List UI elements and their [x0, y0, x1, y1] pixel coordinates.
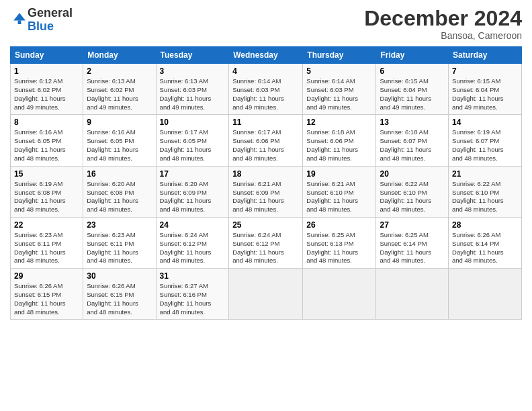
logo-general: General: [28, 6, 73, 19]
day-info: Sunrise: 6:14 AMSunset: 6:03 PMDaylight:…: [306, 77, 372, 111]
day-cell: 14 Sunrise: 6:19 AMSunset: 6:07 PMDaylig…: [449, 115, 522, 166]
day-cell: 30 Sunrise: 6:26 AMSunset: 6:15 PMDaylig…: [83, 269, 156, 320]
day-number: 2: [87, 66, 152, 76]
day-info: Sunrise: 6:18 AMSunset: 6:07 PMDaylight:…: [380, 128, 445, 163]
header-cell-wednesday: Wednesday: [229, 47, 303, 64]
day-cell: 28 Sunrise: 6:26 AMSunset: 6:14 PMDaylig…: [449, 217, 522, 268]
day-cell: 7 Sunrise: 6:15 AMSunset: 6:04 PMDayligh…: [449, 64, 522, 115]
day-number: 31: [160, 271, 226, 281]
day-info: Sunrise: 6:27 AMSunset: 6:16 PMDaylight:…: [160, 282, 226, 316]
day-cell: 17 Sunrise: 6:20 AMSunset: 6:09 PMDaylig…: [156, 166, 229, 217]
day-info: Sunrise: 6:19 AMSunset: 6:07 PMDaylight:…: [452, 128, 518, 163]
header-cell-saturday: Saturday: [449, 47, 522, 64]
day-number: 30: [87, 271, 152, 281]
day-number: 29: [14, 271, 79, 281]
day-cell: 8 Sunrise: 6:16 AMSunset: 6:05 PMDayligh…: [11, 115, 83, 166]
day-cell: 12 Sunrise: 6:18 AMSunset: 6:06 PMDaylig…: [303, 115, 376, 166]
day-number: 22: [14, 220, 79, 230]
day-cell: 5 Sunrise: 6:14 AMSunset: 6:03 PMDayligh…: [303, 64, 376, 115]
day-info: Sunrise: 6:23 AMSunset: 6:11 PMDaylight:…: [14, 231, 79, 265]
day-cell: 26 Sunrise: 6:25 AMSunset: 6:13 PMDaylig…: [303, 217, 376, 268]
header-cell-tuesday: Tuesday: [156, 47, 229, 64]
day-info: Sunrise: 6:21 AMSunset: 6:09 PMDaylight:…: [232, 180, 299, 214]
logo-icon: [11, 11, 28, 27]
week-row-2: 8 Sunrise: 6:16 AMSunset: 6:05 PMDayligh…: [11, 115, 522, 166]
day-info: Sunrise: 6:16 AMSunset: 6:05 PMDaylight:…: [87, 128, 152, 163]
day-number: 9: [87, 118, 152, 127]
day-cell: [449, 269, 522, 320]
logo: General Blue: [10, 7, 73, 34]
page: General Blue December 2024 Bansoa, Camer…: [0, 0, 532, 411]
location: Bansoa, Cameroon: [364, 30, 522, 41]
day-info: Sunrise: 6:25 AMSunset: 6:13 PMDaylight:…: [306, 231, 372, 265]
day-info: Sunrise: 6:17 AMSunset: 6:05 PMDaylight:…: [160, 128, 226, 163]
day-number: 23: [87, 220, 152, 230]
day-info: Sunrise: 6:26 AMSunset: 6:14 PMDaylight:…: [452, 231, 518, 265]
day-info: Sunrise: 6:24 AMSunset: 6:12 PMDaylight:…: [160, 231, 226, 265]
day-number: 25: [232, 220, 299, 230]
day-number: 1: [14, 66, 79, 76]
day-cell: 24 Sunrise: 6:24 AMSunset: 6:12 PMDaylig…: [156, 217, 229, 268]
week-row-1: 1 Sunrise: 6:12 AMSunset: 6:02 PMDayligh…: [11, 64, 522, 115]
day-info: Sunrise: 6:13 AMSunset: 6:02 PMDaylight:…: [87, 77, 152, 111]
day-cell: 25 Sunrise: 6:24 AMSunset: 6:12 PMDaylig…: [229, 217, 303, 268]
day-cell: [376, 269, 449, 320]
day-info: Sunrise: 6:19 AMSunset: 6:08 PMDaylight:…: [14, 180, 79, 214]
calendar-table: SundayMondayTuesdayWednesdayThursdayFrid…: [10, 46, 522, 320]
day-number: 18: [232, 169, 299, 179]
day-cell: 3 Sunrise: 6:13 AMSunset: 6:03 PMDayligh…: [156, 64, 229, 115]
day-number: 6: [380, 66, 445, 76]
week-row-5: 29 Sunrise: 6:26 AMSunset: 6:15 PMDaylig…: [11, 269, 522, 320]
logo-text: General Blue: [28, 7, 73, 34]
day-cell: 21 Sunrise: 6:22 AMSunset: 6:10 PMDaylig…: [449, 166, 522, 217]
svg-marker-0: [13, 13, 26, 20]
day-cell: 20 Sunrise: 6:22 AMSunset: 6:10 PMDaylig…: [376, 166, 449, 217]
day-cell: [229, 269, 303, 320]
day-number: 17: [160, 169, 226, 179]
day-cell: 22 Sunrise: 6:23 AMSunset: 6:11 PMDaylig…: [11, 217, 83, 268]
day-info: Sunrise: 6:26 AMSunset: 6:15 PMDaylight:…: [87, 282, 152, 316]
day-info: Sunrise: 6:22 AMSunset: 6:10 PMDaylight:…: [380, 180, 445, 214]
day-info: Sunrise: 6:20 AMSunset: 6:08 PMDaylight:…: [87, 180, 152, 214]
day-info: Sunrise: 6:21 AMSunset: 6:10 PMDaylight:…: [306, 180, 372, 214]
day-info: Sunrise: 6:20 AMSunset: 6:09 PMDaylight:…: [160, 180, 226, 214]
day-cell: 16 Sunrise: 6:20 AMSunset: 6:08 PMDaylig…: [83, 166, 156, 217]
header-cell-friday: Friday: [376, 47, 449, 64]
day-number: 16: [87, 169, 152, 179]
week-row-4: 22 Sunrise: 6:23 AMSunset: 6:11 PMDaylig…: [11, 217, 522, 268]
day-info: Sunrise: 6:15 AMSunset: 6:04 PMDaylight:…: [452, 77, 518, 111]
day-info: Sunrise: 6:12 AMSunset: 6:02 PMDaylight:…: [14, 77, 79, 111]
day-number: 26: [306, 220, 372, 230]
day-number: 4: [232, 66, 299, 76]
day-number: 13: [380, 118, 445, 127]
day-number: 20: [380, 169, 445, 179]
day-info: Sunrise: 6:14 AMSunset: 6:03 PMDaylight:…: [232, 77, 299, 111]
header-cell-sunday: Sunday: [11, 47, 83, 64]
day-cell: [303, 269, 376, 320]
day-info: Sunrise: 6:13 AMSunset: 6:03 PMDaylight:…: [160, 77, 226, 111]
day-info: Sunrise: 6:18 AMSunset: 6:06 PMDaylight:…: [306, 128, 372, 163]
day-number: 15: [14, 169, 79, 179]
day-info: Sunrise: 6:22 AMSunset: 6:10 PMDaylight:…: [452, 180, 518, 214]
header-cell-monday: Monday: [83, 47, 156, 64]
day-number: 8: [14, 118, 79, 127]
day-cell: 19 Sunrise: 6:21 AMSunset: 6:10 PMDaylig…: [303, 166, 376, 217]
day-number: 7: [452, 66, 518, 76]
day-cell: 6 Sunrise: 6:15 AMSunset: 6:04 PMDayligh…: [376, 64, 449, 115]
header-row: SundayMondayTuesdayWednesdayThursdayFrid…: [11, 47, 522, 64]
week-row-3: 15 Sunrise: 6:19 AMSunset: 6:08 PMDaylig…: [11, 166, 522, 217]
day-info: Sunrise: 6:17 AMSunset: 6:06 PMDaylight:…: [232, 128, 299, 163]
day-number: 28: [452, 220, 518, 230]
day-cell: 23 Sunrise: 6:23 AMSunset: 6:11 PMDaylig…: [83, 217, 156, 268]
day-number: 12: [306, 118, 372, 127]
day-info: Sunrise: 6:23 AMSunset: 6:11 PMDaylight:…: [87, 231, 152, 265]
day-info: Sunrise: 6:25 AMSunset: 6:14 PMDaylight:…: [380, 231, 445, 265]
day-cell: 1 Sunrise: 6:12 AMSunset: 6:02 PMDayligh…: [11, 64, 83, 115]
header: General Blue December 2024 Bansoa, Camer…: [10, 7, 522, 41]
day-number: 14: [452, 118, 518, 127]
day-cell: 11 Sunrise: 6:17 AMSunset: 6:06 PMDaylig…: [229, 115, 303, 166]
day-cell: 9 Sunrise: 6:16 AMSunset: 6:05 PMDayligh…: [83, 115, 156, 166]
title-block: December 2024 Bansoa, Cameroon: [364, 7, 522, 41]
day-cell: 15 Sunrise: 6:19 AMSunset: 6:08 PMDaylig…: [11, 166, 83, 217]
day-info: Sunrise: 6:26 AMSunset: 6:15 PMDaylight:…: [14, 282, 79, 316]
